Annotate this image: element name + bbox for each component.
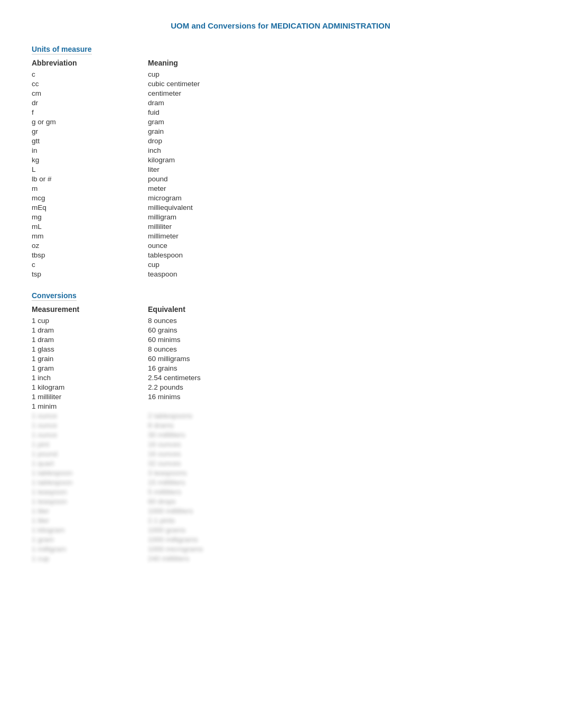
uom-meaning-20: cup [148,260,529,269]
uom-abbr-0: c [32,69,148,79]
conv-meas-0: 1 cup [32,316,148,325]
uom-abbr-20: c [32,260,148,269]
conv-blurred-meas-4: 1 pound [32,449,148,458]
uom-col1-header: Abbreviation [32,58,148,68]
uom-table: Abbreviation Meaning ccupcccubic centime… [32,58,529,279]
uom-meaning-14: milliequivalent [148,202,529,212]
uom-meaning-8: inch [148,145,529,155]
conv-meas-6: 1 inch [32,373,148,382]
conv-blurred-equiv-12: 1000 grams [148,525,529,535]
conv-equiv-3: 8 ounces [148,344,529,354]
uom-abbr-6: gr [32,126,148,136]
uom-abbr-13: mcg [32,193,148,202]
conv-blurred-equiv-7: 15 milliliters [148,477,529,487]
uom-meaning-12: meter [148,183,529,193]
uom-abbr-16: mL [32,222,148,231]
conv-blurred-equiv-5: 32 ounces [148,458,529,468]
uom-section-header: Units of measure [32,45,529,57]
uom-meaning-0: cup [148,69,529,79]
conv-blurred-equiv-6: 3 teaspoons [148,468,529,477]
conv-col2-header: Equivalent [148,304,529,315]
conversions-section: Conversions Measurement Equivalent 1 cup… [32,291,529,563]
conv-blurred-equiv-8: 5 milliliters [148,487,529,496]
conv-blurred-equiv-4: 16 ounces [148,449,529,458]
uom-abbr-2: cm [32,88,148,98]
conv-equiv-8: 16 minims [148,392,529,401]
uom-abbr-8: in [32,145,148,155]
conv-blurred-meas-8: 1 teaspoon [32,487,148,496]
conv-blurred-equiv-2: 30 milliliters [148,430,529,439]
conv-blurred-meas-11: 1 liter [32,515,148,525]
conv-equiv-6: 2.54 centimeters [148,373,529,382]
uom-abbr-14: mEq [32,202,148,212]
conv-blurred-meas-6: 1 tablespoon [32,468,148,477]
uom-meaning-9: kilogram [148,155,529,164]
uom-meaning-16: milliliter [148,222,529,231]
page-title: UOM and Conversions for MEDICATION ADMIN… [32,21,529,30]
uom-abbr-7: gtt [32,136,148,145]
conv-equiv-9 [148,401,529,411]
uom-abbr-12: m [32,183,148,193]
conv-blurred-equiv-15: 240 milliliters [148,554,529,563]
uom-meaning-7: drop [148,136,529,145]
conv-col1-header: Measurement [32,304,148,315]
conversions-table: Measurement Equivalent 1 cup8 ounces1 dr… [32,304,529,563]
uom-abbr-4: f [32,107,148,117]
conv-meas-1: 1 dram [32,325,148,335]
conv-blurred-meas-9: 1 teaspoon [32,496,148,506]
uom-abbr-19: tbsp [32,250,148,260]
uom-meaning-17: millimeter [148,231,529,241]
conv-blurred-meas-3: 1 pint [32,439,148,449]
uom-meaning-4: fuid [148,107,529,117]
conv-blurred-meas-1: 1 ounce [32,420,148,430]
conv-equiv-0: 8 ounces [148,316,529,325]
uom-meaning-15: milligram [148,212,529,222]
conv-meas-3: 1 glass [32,344,148,354]
uom-abbr-15: mg [32,212,148,222]
uom-meaning-3: dram [148,98,529,107]
conv-blurred-equiv-3: 16 ounces [148,439,529,449]
conv-blurred-meas-13: 1 gram [32,535,148,544]
conv-blurred-equiv-9: 60 drops [148,496,529,506]
conv-equiv-2: 60 minims [148,335,529,344]
conv-equiv-4: 60 milligrams [148,354,529,363]
conversions-section-header: Conversions [32,291,529,303]
uom-col2-header: Meaning [148,58,529,68]
conv-blurred-meas-15: 1 cup [32,554,148,563]
uom-abbr-17: mm [32,231,148,241]
conv-blurred-equiv-13: 1000 milligrams [148,535,529,544]
conv-blurred-equiv-14: 1000 micrograms [148,544,529,554]
conv-meas-7: 1 kilogram [32,382,148,392]
uom-section: Units of measure Abbreviation Meaning cc… [32,45,529,279]
uom-meaning-11: pound [148,174,529,183]
uom-abbr-18: oz [32,241,148,250]
uom-abbr-11: lb or # [32,174,148,183]
uom-meaning-13: microgram [148,193,529,202]
conv-blurred-meas-7: 1 tablespoon [32,477,148,487]
conv-blurred-meas-12: 1 kilogram [32,525,148,535]
conv-blurred-equiv-11: 2.1 pints [148,515,529,525]
conv-blurred-meas-0: 1 ounce [32,411,148,420]
uom-abbr-5: g or gm [32,117,148,126]
uom-meaning-10: liter [148,164,529,174]
uom-meaning-21: teaspoon [148,269,529,279]
uom-meaning-5: gram [148,117,529,126]
conv-blurred-equiv-1: 8 drams [148,420,529,430]
uom-meaning-1: cubic centimeter [148,79,529,88]
uom-meaning-6: grain [148,126,529,136]
conv-meas-5: 1 gram [32,363,148,373]
conv-blurred-equiv-10: 1000 milliliters [148,506,529,515]
conv-blurred-meas-5: 1 quart [32,458,148,468]
conv-meas-2: 1 dram [32,335,148,344]
uom-meaning-19: tablespoon [148,250,529,260]
conv-blurred-meas-10: 1 liter [32,506,148,515]
conv-equiv-7: 2.2 pounds [148,382,529,392]
conv-blurred-meas-14: 1 milligram [32,544,148,554]
uom-abbr-10: L [32,164,148,174]
uom-meaning-2: centimeter [148,88,529,98]
uom-abbr-1: cc [32,79,148,88]
conv-meas-4: 1 grain [32,354,148,363]
uom-abbr-21: tsp [32,269,148,279]
conv-equiv-1: 60 grains [148,325,529,335]
conv-blurred-meas-2: 1 ounce [32,430,148,439]
